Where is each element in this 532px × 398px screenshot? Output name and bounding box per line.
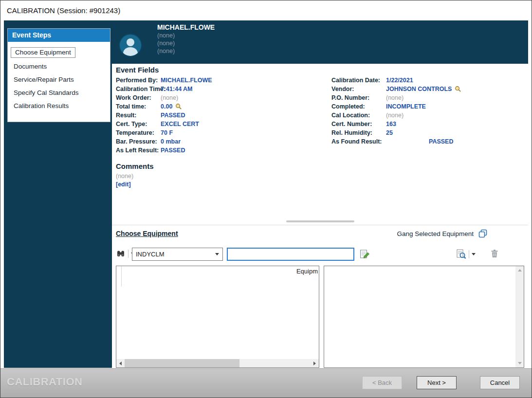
- field-value: (none): [386, 93, 404, 102]
- field-value: (none): [161, 93, 178, 102]
- preview-equipment-button[interactable]: [456, 249, 476, 259]
- search-scope-combo[interactable]: INDYCLM: [132, 248, 223, 261]
- field-performed-by: Performed By:MICHAEL.FLOWE: [116, 76, 328, 85]
- step-documents[interactable]: Documents: [8, 60, 110, 73]
- field-rel-humidity: Rel. Humidity:25: [331, 128, 526, 137]
- edit-list-button[interactable]: [359, 249, 370, 259]
- event-steps-panel: Event Steps Choose Equipment Documents S…: [7, 28, 110, 122]
- field-value[interactable]: PASSED: [429, 137, 453, 146]
- user-line-3: (none): [157, 47, 215, 55]
- equipment-selected-list[interactable]: [324, 266, 524, 368]
- total-time-lookup-icon[interactable]: [175, 103, 182, 110]
- user-line-1: (none): [157, 32, 215, 39]
- field-as-found-result: As Found Result:PASSED: [331, 137, 526, 146]
- main-content: Event Fields Performed By:MICHAEL.FLOWE …: [112, 64, 528, 368]
- divider: [469, 250, 469, 258]
- field-work-order: Work Order:(none): [116, 93, 328, 102]
- scroll-left-button[interactable]: [116, 359, 125, 367]
- window-titlebar: CALIBRATION (Session: #901243): [0, 0, 532, 20]
- field-calibration-date: Calibration Date:1/22/2021: [331, 76, 526, 85]
- field-value[interactable]: 7:41:44 AM: [161, 85, 193, 93]
- back-button[interactable]: < Back: [362, 376, 402, 389]
- scroll-down-button[interactable]: [515, 359, 524, 367]
- field-temperature: Temperature:70 F: [116, 128, 328, 137]
- field-value[interactable]: INCOMPLETE: [386, 102, 426, 111]
- field-bar-pressure: Bar. Pressure:0 mbar: [116, 137, 328, 146]
- event-steps-list: Choose Equipment Documents Service/Repai…: [8, 42, 110, 112]
- step-specify-cal-standards[interactable]: Specify Cal Standards: [8, 86, 110, 99]
- field-result: Result:PASSED: [116, 111, 328, 120]
- horizontal-scrollbar[interactable]: [116, 359, 319, 367]
- user-name: MICHAEL.FLOWE: [157, 23, 215, 32]
- footer-watermark: CALIBRATION: [7, 376, 82, 388]
- field-completed: Completed:INCOMPLETE: [331, 102, 526, 111]
- horizontal-scroll-thumb[interactable]: [125, 359, 239, 367]
- field-value[interactable]: PASSED: [161, 146, 185, 155]
- grid-column-divider: [121, 266, 122, 287]
- user-banner: MICHAEL.FLOWE (none) (none) (none): [112, 20, 528, 64]
- next-button[interactable]: Next >: [417, 376, 457, 389]
- comments-value: (none): [116, 173, 133, 180]
- event-fields-title: Event Fields: [116, 66, 159, 74]
- binoculars-icon: [116, 249, 126, 258]
- calibration-window: CALIBRATION (Session: #901243) Event Ste…: [0, 0, 532, 398]
- delete-equipment-button[interactable]: [490, 249, 499, 258]
- divider: [128, 250, 128, 258]
- splitter-grip[interactable]: [286, 220, 354, 222]
- left-rail: Event Steps Choose Equipment Documents S…: [4, 20, 112, 368]
- event-steps-header: Event Steps: [8, 29, 110, 42]
- field-value[interactable]: EXCEL CERT: [161, 120, 199, 128]
- field-value[interactable]: MICHAEL.FLOWE: [161, 76, 212, 85]
- gang-equipment-icon[interactable]: [478, 229, 488, 238]
- field-value[interactable]: 25: [386, 128, 393, 137]
- field-value[interactable]: PASSED: [161, 111, 185, 120]
- field-value[interactable]: JOHNSON CONTROLS: [386, 85, 452, 93]
- window-title: CALIBRATION (Session: #901243): [7, 6, 120, 15]
- chevron-down-icon: [215, 253, 219, 255]
- chevron-down-icon: [472, 253, 476, 255]
- splitter-line: [112, 225, 528, 225]
- field-as-left-result: As Left Result:PASSED: [116, 146, 328, 155]
- field-cert-number: Cert. Number:163: [331, 120, 526, 128]
- field-value[interactable]: 70 F: [161, 128, 173, 137]
- comments-title: Comments: [116, 162, 154, 170]
- field-total-time: Total time:0.00: [116, 102, 328, 111]
- event-fields-right-column: Calibration Date:1/22/2021 Vendor:JOHNSO…: [331, 76, 526, 146]
- step-choose-equipment[interactable]: Choose Equipment: [8, 45, 110, 60]
- step-calibration-results[interactable]: Calibration Results: [8, 99, 110, 112]
- gang-selected-equipment: Gang Selected Equipment: [397, 229, 488, 238]
- preview-document-icon: [456, 249, 466, 259]
- equipment-source-list[interactable]: Equipm: [116, 266, 319, 368]
- equipment-search-input[interactable]: [227, 248, 354, 261]
- equipment-column-header[interactable]: Equipm: [296, 268, 318, 275]
- field-calibration-time: Calibration Time:7:41:44 AM: [116, 85, 328, 93]
- field-value[interactable]: 1/22/2021: [386, 76, 413, 85]
- field-vendor: Vendor:JOHNSON CONTROLS: [331, 85, 526, 93]
- comments-edit-link[interactable]: [edit]: [116, 181, 131, 188]
- field-cert-type: Cert. Type:EXCEL CERT: [116, 120, 328, 128]
- gang-selected-equipment-label: Gang Selected Equipment: [397, 230, 474, 237]
- field-value: (none): [386, 111, 404, 120]
- search-scope-value: INDYCLM: [136, 251, 165, 258]
- step-choose-equipment-label: Choose Equipment: [11, 47, 75, 58]
- scroll-right-button[interactable]: [311, 359, 319, 367]
- event-fields-left-column: Performed By:MICHAEL.FLOWE Calibration T…: [116, 76, 328, 155]
- vertical-scrollbar[interactable]: [515, 266, 524, 367]
- field-value[interactable]: 0.00: [161, 102, 172, 111]
- field-cal-location: Cal Location:(none): [331, 111, 526, 120]
- user-avatar-icon: [119, 34, 142, 57]
- vendor-lookup-icon[interactable]: [455, 86, 461, 92]
- cancel-button[interactable]: Cancel: [480, 376, 520, 389]
- choose-equipment-title: Choose Equipment: [116, 230, 178, 237]
- scroll-up-button[interactable]: [515, 266, 524, 274]
- field-po-number: P.O. Number:(none): [331, 93, 526, 102]
- field-value[interactable]: 163: [386, 120, 396, 128]
- step-service-repair-parts[interactable]: Service/Repair Parts: [8, 73, 110, 86]
- field-value[interactable]: 0 mbar: [161, 137, 181, 146]
- footer-bar: CALIBRATION < Back Next > Cancel: [0, 368, 532, 398]
- user-banner-text: MICHAEL.FLOWE (none) (none) (none): [157, 23, 215, 55]
- user-line-2: (none): [157, 39, 215, 47]
